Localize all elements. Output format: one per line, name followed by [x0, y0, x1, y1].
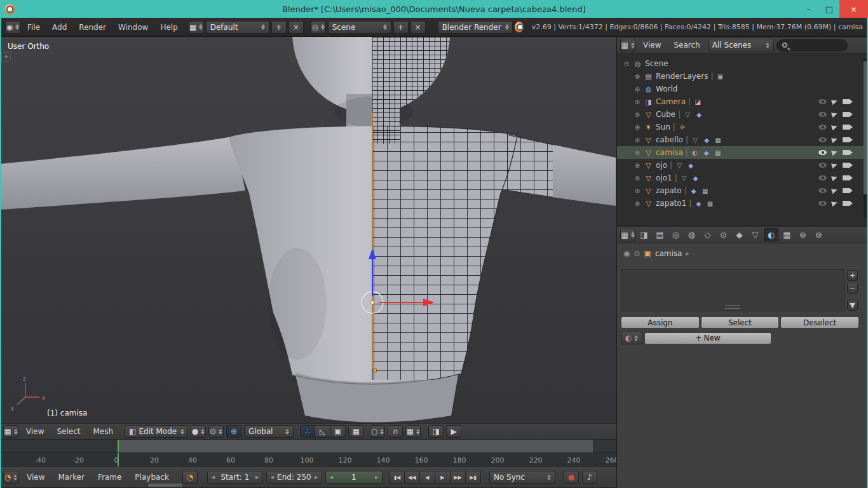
close-button[interactable]: ×: [839, 0, 868, 18]
outliner-row-zapato1[interactable]: ⊕ ▽ zapato1 | ◆ ▦: [617, 197, 868, 210]
outliner-row-camisa[interactable]: ⊕ ▽ camisa | ◐ ◆ ▦: [617, 146, 868, 159]
outliner-view-menu[interactable]: View: [638, 41, 666, 50]
preview-range-toggle[interactable]: ◔: [182, 471, 198, 484]
tab-object-data[interactable]: ▽: [748, 228, 763, 241]
decrement-icon[interactable]: ◂: [212, 474, 215, 480]
timeline-frame-menu[interactable]: Frame: [93, 473, 126, 482]
window-menu[interactable]: Window: [113, 23, 153, 32]
current-frame-line[interactable]: [118, 453, 119, 466]
outliner-row-cabello[interactable]: ⊕ ▽ cabello | ▽ ◆ ▦: [617, 133, 868, 146]
renderability-toggle[interactable]: [843, 137, 850, 142]
remove-layout-button[interactable]: ×: [288, 21, 304, 34]
maximize-button[interactable]: □: [819, 0, 839, 18]
mode-dropdown[interactable]: ◧ Edit Mode: [125, 425, 188, 438]
outliner-editor-type-button[interactable]: ▦: [620, 39, 635, 51]
viewport-canvas[interactable]: x y z: [0, 37, 616, 423]
tab-modifiers[interactable]: ◆: [732, 228, 747, 241]
jump-to-end-button[interactable]: ▶▮: [466, 471, 481, 484]
material-slot-list[interactable]: [621, 269, 844, 311]
outliner-scope-dropdown[interactable]: All Scenes: [708, 39, 774, 51]
select-button[interactable]: Select: [701, 316, 780, 329]
orientation-dropdown[interactable]: Global: [244, 425, 294, 438]
tab-object[interactable]: ◇: [700, 228, 715, 241]
auto-keyframe-button[interactable]: ●: [564, 471, 579, 484]
selectability-toggle[interactable]: [831, 149, 838, 156]
tab-render[interactable]: ◨: [637, 228, 651, 241]
renderability-toggle[interactable]: [843, 125, 850, 130]
deselect-button[interactable]: Deselect: [780, 316, 859, 329]
tab-scene[interactable]: ◎: [668, 228, 683, 241]
outliner-row-cube[interactable]: ⊕ ▽ Cube | ▽ ◆: [617, 108, 868, 121]
outliner-row-scene[interactable]: ⊖ ◎ Scene: [617, 57, 868, 70]
renderability-toggle[interactable]: [843, 188, 850, 193]
timeline-hscrollbar[interactable]: [148, 484, 182, 487]
add-layout-button[interactable]: +: [271, 21, 287, 34]
add-slot-button[interactable]: +: [847, 270, 858, 281]
opengl-render-anim-button[interactable]: ▶: [446, 425, 461, 438]
selectability-toggle[interactable]: [831, 98, 838, 105]
tab-particles[interactable]: ⊛: [796, 228, 810, 241]
selectability-toggle[interactable]: [831, 111, 838, 118]
start-frame-field[interactable]: ◂ Start: 1 ▸: [207, 471, 263, 484]
selectability-toggle[interactable]: [831, 162, 838, 168]
selectability-toggle[interactable]: [831, 175, 838, 181]
expand-icon[interactable]: ⊕: [634, 175, 641, 182]
increment-icon[interactable]: ▸: [255, 474, 259, 480]
assign-button[interactable]: Assign: [621, 316, 700, 329]
visibility-toggle[interactable]: [818, 125, 827, 130]
visibility-toggle[interactable]: [818, 99, 827, 104]
info-editor-type-button[interactable]: ◉: [5, 21, 20, 34]
outliner-row-sun[interactable]: ⊕ ☀ Sun | ☼: [617, 121, 868, 133]
edge-select-button[interactable]: ◺: [315, 425, 330, 438]
3d-viewport[interactable]: x y z User Ortho (1) camisa +: [0, 37, 616, 423]
visibility-toggle[interactable]: [818, 112, 827, 117]
end-frame-field[interactable]: ◂ End: 250 ▸: [266, 471, 322, 484]
timeline-strip[interactable]: [0, 440, 616, 452]
play-reverse-button[interactable]: ◀: [420, 471, 435, 484]
scene-dropdown[interactable]: Scene: [328, 21, 391, 34]
minimize-button[interactable]: –: [799, 0, 819, 18]
outliner-row-ojo[interactable]: ⊕ ▽ ojo | ▽ ◆: [617, 159, 868, 172]
titlebar[interactable]: Blender* [C:\Users\misao_000\Documents\N…: [0, 0, 868, 18]
outliner-row-renderlayers[interactable]: ⊕ ▤ RenderLayers | ▣: [617, 70, 868, 83]
scene-icon-button[interactable]: ◎: [311, 21, 326, 34]
jump-to-start-button[interactable]: ▮◀: [390, 471, 405, 484]
visibility-toggle[interactable]: [818, 175, 827, 180]
selectability-toggle[interactable]: [831, 200, 838, 207]
decrement-icon[interactable]: ◂: [330, 474, 333, 480]
add-scene-button[interactable]: +: [393, 21, 409, 34]
increment-icon[interactable]: ▸: [315, 474, 318, 480]
timeline-editor-type-button[interactable]: ◔: [3, 471, 18, 484]
tab-world[interactable]: ◍: [684, 228, 699, 241]
next-keyframe-button[interactable]: ▶▶: [451, 471, 466, 484]
proportional-edit-dropdown[interactable]: ○: [370, 425, 385, 438]
outliner-row-camera[interactable]: ⊕ ◨ Camera | ◪: [617, 95, 868, 108]
renderability-toggle[interactable]: [843, 163, 850, 168]
collapse-icon[interactable]: ⊖: [623, 60, 630, 67]
visibility-toggle[interactable]: [818, 150, 827, 155]
current-frame-line[interactable]: [118, 440, 119, 452]
remove-scene-button[interactable]: ×: [410, 21, 426, 34]
visibility-toggle[interactable]: [818, 163, 827, 168]
play-button[interactable]: ▶: [435, 471, 451, 484]
viewport-select-menu[interactable]: Select: [51, 427, 85, 436]
selectability-toggle[interactable]: [831, 124, 838, 130]
node-icon[interactable]: ⊙: [634, 250, 640, 257]
limit-to-visible-toggle[interactable]: ▦: [348, 425, 363, 438]
tab-render-layers[interactable]: ▤: [653, 228, 667, 241]
region-expand-button[interactable]: +: [1, 52, 11, 62]
renderability-toggle[interactable]: [843, 175, 850, 180]
timeline-marker-menu[interactable]: Marker: [53, 473, 89, 482]
breadcrumb-object-name[interactable]: camisa: [655, 249, 682, 258]
screen-layout-icon-button[interactable]: ▦: [189, 21, 204, 34]
vertex-select-button[interactable]: ∴: [300, 425, 315, 438]
outliner-row-zapato[interactable]: ⊕ ▽ zapato | ◆ ▦: [617, 184, 868, 197]
remove-slot-button[interactable]: −: [847, 283, 858, 294]
timeline-playback-menu[interactable]: Playback: [130, 473, 174, 482]
file-menu[interactable]: File: [22, 23, 45, 32]
prev-keyframe-button[interactable]: ◀◀: [405, 471, 420, 484]
renderability-toggle[interactable]: [843, 99, 850, 104]
decrement-icon[interactable]: ◂: [271, 474, 274, 480]
render-engine-dropdown[interactable]: Blender Render: [438, 21, 513, 34]
selectability-toggle[interactable]: [831, 187, 838, 194]
